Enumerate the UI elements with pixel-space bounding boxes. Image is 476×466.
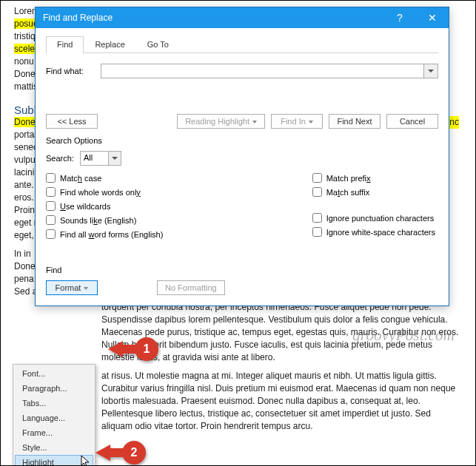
find-and-replace-dialog: Find and Replace ? ✕ Find Replace Go To … [35, 7, 449, 306]
format-button[interactable]: Format [46, 280, 98, 295]
tab-goto[interactable]: Go To [136, 36, 180, 53]
match-suffix-checkbox[interactable]: Match suffix [312, 187, 435, 197]
tabs: Find Replace Go To [46, 36, 438, 53]
menu-item-frame[interactable]: Frame... [15, 425, 93, 440]
find-label: Find [46, 266, 438, 274]
cursor-icon [81, 455, 91, 466]
format-menu: Font... Paragraph... Tabs... Language...… [13, 364, 95, 466]
ignore-punct-checkbox[interactable]: Ignore punctuation characters [312, 213, 435, 223]
find-what-label: Find what: [46, 67, 101, 75]
wildcards-checkbox[interactable]: Use wildcards [46, 201, 163, 211]
watermark: groovyPost.com [352, 326, 455, 345]
sounds-like-checkbox[interactable]: Sounds like (English) [46, 215, 163, 225]
no-formatting-button[interactable]: No Formatting [157, 280, 225, 295]
menu-item-paragraph[interactable]: Paragraph... [15, 381, 93, 396]
less-button[interactable]: << Less [46, 114, 98, 129]
menu-item-tabs[interactable]: Tabs... [15, 396, 93, 411]
dialog-title: Find and Replace [43, 13, 113, 23]
whole-words-checkbox[interactable]: Find whole words only [46, 187, 163, 197]
word-forms-checkbox[interactable]: Find all word forms (English) [46, 229, 163, 239]
titlebar[interactable]: Find and Replace ? ✕ [36, 7, 449, 28]
menu-item-language[interactable]: Language... [15, 411, 93, 425]
search-direction-combo[interactable]: All [80, 151, 121, 166]
find-next-button[interactable]: Find Next [329, 114, 381, 129]
tab-find[interactable]: Find [46, 36, 84, 53]
find-what-input[interactable] [101, 64, 438, 78]
tab-replace[interactable]: Replace [84, 36, 135, 53]
search-options-label: Search Options [46, 136, 438, 145]
ignore-white-checkbox[interactable]: Ignore white-space characters [312, 227, 435, 237]
match-prefix-checkbox[interactable]: Match prefix [312, 173, 435, 183]
match-case-checkbox[interactable]: Match case [46, 173, 163, 183]
menu-item-font[interactable]: Font... [15, 366, 93, 381]
reading-highlight-button[interactable]: Reading Highlight [177, 114, 265, 129]
close-button[interactable]: ✕ [416, 7, 449, 28]
cancel-button[interactable]: Cancel [386, 114, 438, 129]
annotation-1: 1 [108, 337, 158, 361]
help-button[interactable]: ? [383, 7, 416, 28]
menu-item-style[interactable]: Style... [15, 440, 93, 455]
search-label: Search: [46, 154, 74, 163]
find-in-button[interactable]: Find In [271, 114, 323, 129]
annotation-2: 2 [95, 441, 146, 465]
